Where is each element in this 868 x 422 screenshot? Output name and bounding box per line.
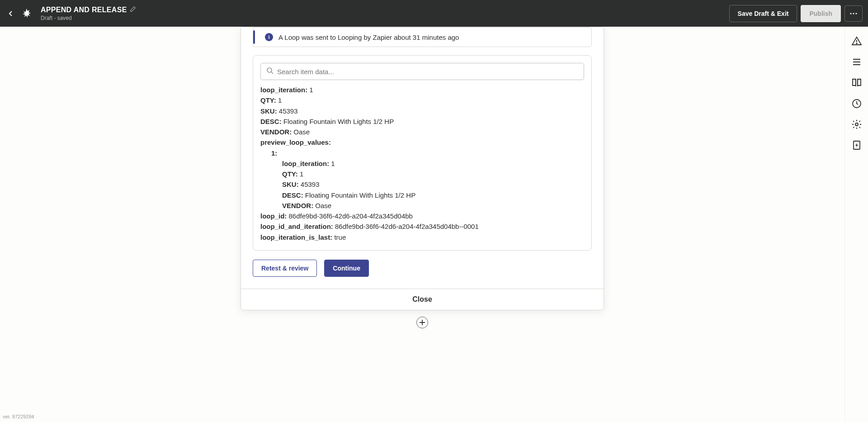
right-toolbar bbox=[844, 27, 868, 422]
zap-title: APPEND AND RELEASE bbox=[41, 6, 127, 14]
data-row: VENDOR: Oase bbox=[260, 200, 580, 211]
continue-button[interactable]: Continue bbox=[324, 260, 369, 277]
data-row: SKU: 45393 bbox=[260, 106, 580, 116]
draft-status: Draft - saved bbox=[41, 15, 136, 21]
data-row: QTY: 1 bbox=[260, 95, 580, 105]
svg-point-0 bbox=[850, 13, 851, 14]
data-row: 1: bbox=[260, 148, 580, 158]
power-icon[interactable] bbox=[851, 140, 862, 151]
app-header: APPEND AND RELEASE Draft - saved Save Dr… bbox=[0, 0, 868, 27]
version-label: ver. 97229284 bbox=[3, 414, 34, 419]
retest-button[interactable]: Retest & review bbox=[253, 260, 317, 277]
svg-point-2 bbox=[855, 13, 857, 14]
search-icon bbox=[266, 67, 274, 76]
data-row: DESC: Floating Fountain With Lights 1/2 … bbox=[260, 116, 580, 127]
svg-point-6 bbox=[855, 123, 858, 126]
outline-icon[interactable] bbox=[851, 57, 862, 67]
search-input[interactable] bbox=[277, 68, 578, 76]
info-icon: i bbox=[265, 33, 273, 41]
info-banner: i A Loop was sent to Looping by Zapier a… bbox=[253, 27, 592, 47]
svg-point-4 bbox=[856, 43, 857, 44]
svg-point-1 bbox=[853, 13, 854, 14]
more-menu-button[interactable] bbox=[844, 5, 863, 22]
publish-button[interactable]: Publish bbox=[801, 5, 841, 22]
alert-icon[interactable] bbox=[851, 36, 862, 47]
add-step-button[interactable] bbox=[416, 317, 428, 328]
main-area: i A Loop was sent to Looping by Zapier a… bbox=[0, 27, 868, 422]
header-left: APPEND AND RELEASE Draft - saved bbox=[5, 6, 136, 21]
step-card: i A Loop was sent to Looping by Zapier a… bbox=[241, 27, 604, 310]
edit-title-icon[interactable] bbox=[130, 6, 136, 14]
data-row: loop_iteration: 1 bbox=[260, 158, 580, 169]
search-wrapper bbox=[260, 63, 584, 80]
plus-icon bbox=[419, 319, 425, 326]
settings-icon[interactable] bbox=[851, 119, 862, 130]
editor-canvas[interactable]: i A Loop was sent to Looping by Zapier a… bbox=[0, 27, 844, 422]
chevron-left-icon bbox=[7, 10, 14, 17]
data-scroll[interactable]: loop_iteration: 1 QTY: 1 SKU: 45393 DESC… bbox=[260, 85, 584, 243]
svg-point-3 bbox=[267, 68, 272, 72]
save-draft-button[interactable]: Save Draft & Exit bbox=[729, 5, 797, 22]
data-row: QTY: 1 bbox=[260, 169, 580, 179]
dots-horizontal-icon bbox=[849, 9, 858, 18]
data-row: SKU: 45393 bbox=[260, 179, 580, 190]
data-row: VENDOR: Oase bbox=[260, 127, 580, 137]
history-icon[interactable] bbox=[851, 98, 862, 109]
data-row: loop_id_and_iteration: 86dfe9bd-36f6-42d… bbox=[260, 221, 580, 232]
data-row: preview_loop_values: bbox=[260, 137, 580, 147]
header-right: Save Draft & Exit Publish bbox=[729, 5, 863, 22]
data-row: loop_iteration: 1 bbox=[260, 85, 580, 95]
guide-icon[interactable] bbox=[851, 77, 862, 88]
title-block: APPEND AND RELEASE Draft - saved bbox=[41, 6, 136, 21]
test-data-panel: loop_iteration: 1 QTY: 1 SKU: 45393 DESC… bbox=[253, 55, 592, 251]
info-banner-text: A Loop was sent to Looping by Zapier abo… bbox=[278, 33, 459, 41]
data-row: loop_iteration_is_last: true bbox=[260, 232, 580, 242]
zapier-logo-icon bbox=[22, 9, 32, 19]
back-button[interactable] bbox=[5, 8, 16, 19]
data-row: loop_id: 86dfe9bd-36f6-42d6-a204-4f2a345… bbox=[260, 211, 580, 221]
step-actions: Retest & review Continue bbox=[253, 260, 592, 277]
close-button[interactable]: Close bbox=[241, 289, 604, 310]
data-row: loop_iteration_last: 1 bbox=[260, 242, 580, 243]
data-row: DESC: Floating Fountain With Lights 1/2 … bbox=[260, 190, 580, 200]
